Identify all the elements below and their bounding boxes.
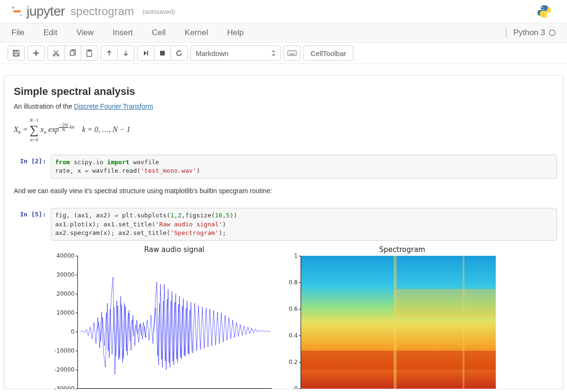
markdown-cell[interactable]: Simple spectral analysis An illustration… <box>10 84 557 152</box>
raw-audio-chart: Raw audio signal 40000 30 <box>51 245 274 389</box>
intro-text: An illustration of the Discrete Fourier … <box>14 103 553 110</box>
ytick: -20000 <box>54 366 75 373</box>
svg-point-1 <box>20 15 22 16</box>
stop-button[interactable] <box>154 46 171 61</box>
ytick: 0.8 <box>285 279 298 286</box>
ytick: -30000 <box>54 385 75 389</box>
move-up-button[interactable] <box>101 46 118 61</box>
ytick: 30000 <box>54 271 75 278</box>
dft-formula: Xk = N−1∑n=0 xn exp−2πiN kn k = 0, …, N … <box>14 115 553 146</box>
waveform-plot <box>78 256 272 389</box>
command-palette-button[interactable] <box>284 46 301 61</box>
svg-rect-13 <box>70 51 74 56</box>
ytick: -10000 <box>54 347 75 354</box>
code-cell[interactable]: In [5]: fig, (ax1, ax2) = plt.subplots(1… <box>10 208 557 241</box>
code-input[interactable]: from scipy.io import wavfile rate, x = w… <box>51 155 557 178</box>
svg-point-2 <box>542 7 543 8</box>
menu-insert[interactable]: Insert <box>113 24 143 41</box>
ytick: 0.2 <box>285 359 298 365</box>
ytick: 20000 <box>54 290 75 297</box>
code-cell[interactable]: In [2]: from scipy.io import wavfile rat… <box>10 155 557 178</box>
save-button[interactable] <box>8 46 25 61</box>
menubar: File Edit View Insert Cell Kernel Help P… <box>0 23 567 43</box>
svg-point-3 <box>546 15 547 17</box>
spectrogram-plot <box>301 256 496 389</box>
svg-rect-30 <box>396 289 496 317</box>
ytick: 0.4 <box>285 332 298 339</box>
toolbar: Markdown CellToolbar <box>0 43 567 64</box>
cut-button[interactable] <box>47 46 65 61</box>
restart-button[interactable] <box>170 46 188 61</box>
md-text: And we can easily view it's spectral str… <box>14 187 553 195</box>
autosave-status: (autosaved) <box>142 8 175 15</box>
code-input[interactable]: fig, (ax1, ax2) = plt.subplots(1,2,figsi… <box>51 208 557 241</box>
svg-marker-18 <box>144 51 147 56</box>
svg-rect-32 <box>463 256 464 389</box>
move-down-button[interactable] <box>117 46 134 61</box>
ytick: 0 <box>285 385 298 389</box>
menu-edit[interactable]: Edit <box>43 24 67 41</box>
kernel-name: Python 3 <box>506 28 545 37</box>
svg-rect-21 <box>288 51 296 56</box>
menu-help[interactable]: Help <box>227 24 254 41</box>
notebook-name[interactable]: spectrogram <box>71 5 134 18</box>
input-prompt: In [5]: <box>10 208 51 241</box>
svg-rect-19 <box>147 51 148 56</box>
kernel-indicator-icon <box>549 29 556 36</box>
jupyter-logo-text: jupyter <box>27 4 65 19</box>
svg-rect-29 <box>301 351 496 370</box>
chart-title: Raw audio signal <box>51 245 274 254</box>
heading: Simple spectral analysis <box>14 85 553 98</box>
menu-file[interactable]: File <box>11 24 35 41</box>
header: jupyter spectrogram (autosaved) <box>0 0 567 23</box>
ytick: 0 <box>54 328 75 335</box>
run-button[interactable] <box>137 46 154 61</box>
cell-type-value: Markdown <box>196 49 228 57</box>
markdown-cell[interactable]: And we can easily view it's spectral str… <box>10 185 557 205</box>
svg-rect-5 <box>14 50 17 52</box>
svg-rect-6 <box>14 54 18 56</box>
ytick: 40000 <box>54 252 75 259</box>
celltoolbar-button[interactable]: CellToolbar <box>303 46 353 61</box>
python-logo-icon <box>537 4 552 19</box>
chart-title: Spectrogram <box>284 245 507 254</box>
cell-type-select[interactable]: Markdown <box>190 46 281 61</box>
ytick: 1 <box>285 252 298 259</box>
add-cell-button[interactable] <box>28 46 45 61</box>
spectrogram-chart: Spectrogram <box>284 245 507 389</box>
menu-view[interactable]: View <box>76 24 104 41</box>
dft-link[interactable]: Discrete Fourier Transform <box>74 103 153 110</box>
ytick: 0.6 <box>285 306 298 312</box>
menu-kernel[interactable]: Kernel <box>185 24 218 41</box>
svg-rect-20 <box>160 51 165 56</box>
notebook-area: Simple spectral analysis An illustration… <box>0 64 567 389</box>
svg-rect-31 <box>394 256 397 389</box>
svg-point-0 <box>12 7 14 9</box>
jupyter-logo-icon <box>11 6 23 17</box>
paste-button[interactable] <box>81 46 98 61</box>
celltoolbar-label: CellToolbar <box>311 49 346 57</box>
copy-button[interactable] <box>64 46 81 61</box>
ytick: 10000 <box>54 309 75 316</box>
menu-cell[interactable]: Cell <box>152 24 176 41</box>
output-area: Raw audio signal 40000 30 <box>10 243 557 389</box>
input-prompt: In [2]: <box>10 155 51 178</box>
